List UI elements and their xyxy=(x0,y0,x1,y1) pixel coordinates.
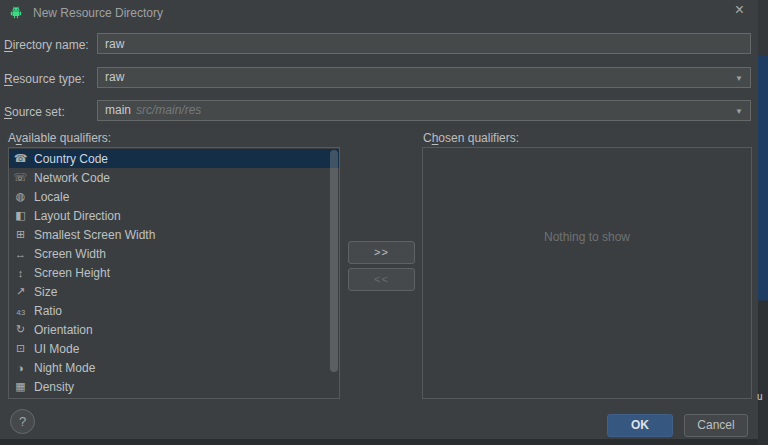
expand-icon xyxy=(13,228,28,241)
list-scrollbar[interactable] xyxy=(330,150,338,372)
list-item-ratio[interactable]: Ratio xyxy=(9,301,339,320)
rotate-icon xyxy=(13,323,28,336)
source-set-label: Source set: xyxy=(4,105,65,119)
list-item-orientation[interactable]: Orientation xyxy=(9,320,339,339)
half-moon-icon xyxy=(13,362,28,374)
globe-icon xyxy=(13,190,28,203)
list-item-locale[interactable]: Locale xyxy=(9,187,339,206)
background-ide-bottom-strip xyxy=(0,439,758,445)
list-item-night-mode[interactable]: Night Mode xyxy=(9,358,339,377)
arrow-left-box-icon xyxy=(13,209,28,222)
width-arrows-icon xyxy=(13,248,28,260)
phone-signal-icon xyxy=(13,171,28,184)
list-item-screen-width[interactable]: Screen Width xyxy=(9,244,339,263)
source-set-value: main xyxy=(105,103,131,117)
list-item-density[interactable]: Density xyxy=(9,377,339,396)
directory-name-input[interactable] xyxy=(97,33,751,54)
list-item-ui-mode[interactable]: UI Mode xyxy=(9,339,339,358)
chosen-qualifiers-label: Chosen qualifiers: xyxy=(423,131,519,145)
monitor-icon xyxy=(13,342,28,355)
empty-state-text: Nothing to show xyxy=(423,230,751,244)
height-arrows-icon xyxy=(13,267,28,279)
list-item-network-code[interactable]: Network Code xyxy=(9,168,339,187)
list-item-size[interactable]: Size xyxy=(9,282,339,301)
list-item-smallest-screen-width[interactable]: Smallest Screen Width xyxy=(9,225,339,244)
new-resource-directory-dialog: New Resource Directory × Directory name:… xyxy=(0,0,758,439)
resource-type-dropdown[interactable]: raw ▼ xyxy=(97,67,751,88)
list-item-country-code[interactable]: Country Code xyxy=(9,149,339,168)
resource-type-value: raw xyxy=(105,70,124,84)
resource-type-label: Resource type: xyxy=(4,72,85,86)
background-text-fragment: u xyxy=(757,391,763,402)
ratio-icon xyxy=(13,305,28,317)
list-item-layout-direction[interactable]: Layout Direction xyxy=(9,206,339,225)
dialog-title: New Resource Directory xyxy=(33,6,163,20)
chevron-down-icon: ▼ xyxy=(735,101,743,120)
ok-button[interactable]: OK xyxy=(607,414,673,437)
list-item-screen-height[interactable]: Screen Height xyxy=(9,263,339,282)
remove-qualifier-button[interactable]: << xyxy=(348,268,415,291)
cancel-button[interactable]: Cancel xyxy=(684,414,748,437)
available-qualifiers-label: Available qualifiers: xyxy=(8,131,111,145)
available-qualifiers-list[interactable]: Country Code Network Code Locale Layout … xyxy=(8,147,340,399)
help-button[interactable]: ? xyxy=(10,409,35,434)
phone-globe-icon xyxy=(13,152,28,165)
close-icon[interactable]: × xyxy=(735,2,744,18)
android-icon xyxy=(9,5,23,19)
chevron-down-icon: ▼ xyxy=(735,68,743,87)
grid-icon xyxy=(13,380,28,393)
diagonal-arrow-icon xyxy=(13,285,28,298)
directory-name-label: Directory name: xyxy=(4,38,89,52)
add-qualifier-button[interactable]: >> xyxy=(348,241,415,264)
chosen-qualifiers-list[interactable]: Nothing to show xyxy=(422,147,752,399)
source-set-path: src/main/res xyxy=(136,103,201,117)
list-item-touch-screen[interactable]: Touch Screen xyxy=(9,396,339,399)
background-ide-strip xyxy=(758,0,768,445)
qualifier-list: Country Code Network Code Locale Layout … xyxy=(9,148,339,399)
source-set-dropdown[interactable]: mainsrc/main/res ▼ xyxy=(97,100,751,121)
